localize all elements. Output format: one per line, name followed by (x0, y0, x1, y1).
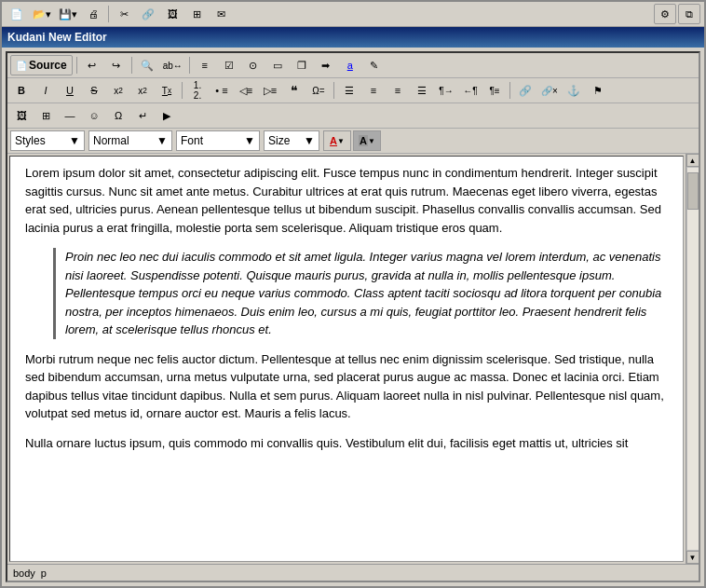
replace-button[interactable]: ab↔ (160, 55, 185, 75)
strikethrough-button[interactable]: S (83, 80, 105, 101)
remove-link-button[interactable]: 🔗× (538, 80, 561, 101)
special-char-button[interactable]: Ω= (307, 80, 330, 101)
hline-button[interactable]: — (59, 105, 81, 126)
link-button[interactable]: 🔗 (137, 4, 159, 24)
paragraph-style-button[interactable]: ¶≡ (483, 80, 506, 101)
status-tag-p: p (41, 567, 47, 579)
styles-label: Styles (15, 134, 46, 147)
normal-dropdown[interactable]: Normal ▼ (88, 130, 172, 151)
rect-btn[interactable]: ▭ (266, 55, 289, 75)
status-tag-body: body (13, 567, 35, 579)
circle-btn[interactable]: ⊙ (242, 55, 265, 75)
sep3 (189, 57, 190, 74)
insert-image-button[interactable]: 🖼 (10, 105, 33, 126)
scrollbar: ▲ ▼ (686, 154, 699, 564)
scroll-up-button[interactable]: ▲ (686, 154, 699, 167)
paragraph-3: Nulla ornare luctus ipsum, quis commodo … (25, 434, 668, 453)
removeformat-button[interactable]: Tx (156, 80, 178, 101)
emoji-button[interactable]: ☺ (83, 105, 105, 126)
font-dropdown[interactable]: Font ▼ (176, 130, 260, 151)
editor-title: Kudani New Editor (7, 31, 107, 44)
edit-btn[interactable]: ✎ (363, 55, 386, 75)
new-file-button[interactable]: 📄 (6, 4, 28, 24)
image-button[interactable]: 🖼 (161, 4, 183, 24)
sep-source (76, 57, 77, 74)
blockquote: Proin nec leo nec dui iaculis commodo et… (53, 248, 668, 339)
font-arrow: ▼ (244, 134, 255, 147)
window-settings-button[interactable]: ⚙ (654, 4, 676, 24)
title-bar: Kudani New Editor (2, 27, 704, 48)
unordered-list-button[interactable]: • ≡ (210, 80, 233, 101)
styles-arrow: ▼ (69, 134, 80, 147)
scroll-track[interactable] (686, 167, 699, 551)
size-dropdown[interactable]: Size ▼ (264, 130, 319, 151)
normal-label: Normal (93, 134, 129, 147)
sep6 (509, 82, 510, 99)
link-btn2[interactable]: a (339, 55, 361, 75)
format-row: Styles ▼ Normal ▼ Font ▼ Size ▼ A ▼ (7, 129, 699, 154)
toolbar-row-2: B I U S x2 x2 Tx 1.2. • ≡ ◁≡ ▷≡ ❝ Ω= ☰ ≡… (7, 78, 699, 103)
window-resize-button[interactable]: ⧉ (678, 4, 700, 24)
toolbar-row-3: 🖼 ⊞ — ☺ Ω ↵ ▶ (7, 103, 699, 129)
editor-content[interactable]: Lorem ipsum dolor sit amet, consectetur … (9, 156, 684, 562)
align-justify-button[interactable]: ☰ (411, 80, 433, 101)
italic-button[interactable]: I (34, 80, 57, 101)
styles-dropdown[interactable]: Styles ▼ (10, 130, 85, 151)
bg-color-button[interactable]: A ▼ (353, 130, 381, 151)
indent3-button[interactable]: ↵ (131, 105, 154, 126)
arrow-btn[interactable]: ➡ (315, 55, 337, 75)
underline-button[interactable]: U (59, 80, 81, 101)
source-label: Source (29, 59, 67, 72)
media-button[interactable]: ▶ (156, 105, 178, 126)
checkbox-btn[interactable]: ☑ (218, 55, 240, 75)
toolbar-row-1: 📄 Source ↩ ↪ 🔍 ab↔ ≡ ☑ ⊙ ▭ ❐ ➡ a ✎ (7, 53, 699, 78)
insert-table-button[interactable]: ⊞ (34, 105, 57, 126)
blockquote-button[interactable]: ❝ (283, 80, 305, 101)
align-center-button[interactable]: ≡ (362, 80, 385, 101)
align-btn1[interactable]: ≡ (194, 55, 216, 75)
rtl-button[interactable]: ←¶ (459, 80, 482, 101)
size-arrow: ▼ (304, 134, 315, 147)
indent-button[interactable]: ▷≡ (259, 80, 281, 101)
scroll-down-button[interactable]: ▼ (686, 551, 699, 564)
content-area: Lorem ipsum dolor sit amet, consectetur … (7, 154, 699, 564)
bold-button[interactable]: B (10, 80, 33, 101)
scroll-thumb[interactable] (687, 172, 699, 210)
superscript-button[interactable]: x2 (131, 80, 154, 101)
align-left-button[interactable]: ☰ (338, 80, 360, 101)
font-color-arrow: ▼ (337, 137, 345, 145)
email-button[interactable]: ✉ (210, 4, 232, 24)
align-right-button[interactable]: ≡ (387, 80, 409, 101)
print-button[interactable]: 🖨 (82, 4, 104, 24)
insert-link-button[interactable]: 🔗 (514, 80, 536, 101)
status-bar: body p (7, 564, 699, 581)
sep4 (182, 82, 183, 99)
outdent-button[interactable]: ◁≡ (235, 80, 257, 101)
cut-button[interactable]: ✂ (113, 4, 135, 24)
bg-color-arrow: ▼ (368, 137, 375, 145)
ordered-list-button[interactable]: 1.2. (186, 80, 209, 101)
copy-btn[interactable]: ❐ (291, 55, 313, 75)
special-button[interactable]: ⊞ (185, 4, 208, 24)
app-toolbar: 📄 📂▾ 💾▾ 🖨 ✂ 🔗 🖼 ⊞ ✉ ⚙ ⧉ (2, 2, 704, 27)
sep5 (333, 82, 334, 99)
subscript-button[interactable]: x2 (107, 80, 129, 101)
special3-button[interactable]: Ω (107, 105, 129, 126)
ltr-button[interactable]: ¶→ (435, 80, 457, 101)
font-label: Font (181, 134, 203, 147)
open-file-button[interactable]: 📂▾ (30, 4, 54, 24)
paragraph-1: Lorem ipsum dolor sit amet, consectetur … (25, 164, 668, 237)
redo-button[interactable]: ↪ (105, 55, 128, 75)
flag-button[interactable]: ⚑ (587, 80, 609, 101)
anchor-button[interactable]: ⚓ (563, 80, 585, 101)
source-button[interactable]: 📄 Source (10, 55, 73, 75)
save-file-button[interactable]: 💾▾ (56, 4, 80, 24)
sep2 (131, 57, 132, 74)
normal-arrow: ▼ (156, 134, 168, 147)
font-color-button[interactable]: A ▼ (323, 130, 351, 151)
size-label: Size (268, 134, 290, 147)
find-button[interactable]: 🔍 (136, 55, 158, 75)
sep1 (108, 6, 109, 22)
main-window: 📄 📂▾ 💾▾ 🖨 ✂ 🔗 🖼 ⊞ ✉ ⚙ ⧉ Kudani New Edito… (0, 0, 706, 588)
undo-button[interactable]: ↩ (81, 55, 103, 75)
